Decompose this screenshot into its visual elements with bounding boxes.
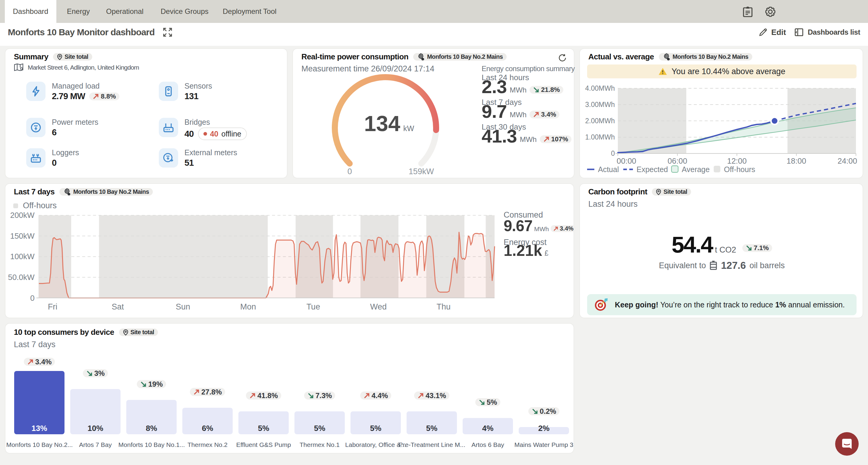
svg-text:Thu: Thu	[437, 302, 451, 311]
svg-text:0: 0	[611, 150, 615, 157]
svg-text:Average: Average	[682, 165, 710, 174]
svg-text:00:00: 00:00	[617, 156, 636, 165]
svg-text:150kW: 150kW	[10, 231, 35, 241]
svg-text:Off-hours: Off-hours	[724, 165, 755, 174]
svg-text:Sun: Sun	[176, 302, 190, 311]
svg-text:Tue: Tue	[307, 302, 320, 311]
svg-text:Sat: Sat	[112, 302, 124, 311]
svg-text:Mon: Mon	[240, 302, 256, 311]
svg-text:24:00: 24:00	[838, 156, 857, 165]
svg-text:18:00: 18:00	[786, 156, 806, 165]
svg-text:Expected: Expected	[637, 165, 668, 174]
svg-text:06:00: 06:00	[668, 156, 687, 165]
svg-text:kW: kW	[403, 124, 414, 133]
svg-text:0: 0	[30, 293, 34, 303]
svg-text:1.00MWh: 1.00MWh	[585, 133, 615, 141]
svg-text:4.00MWh: 4.00MWh	[585, 84, 615, 92]
svg-text:3.00MWh: 3.00MWh	[585, 101, 615, 108]
svg-text:Wed: Wed	[370, 302, 387, 311]
svg-text:200kW: 200kW	[10, 211, 35, 220]
svg-text:50.0kW: 50.0kW	[8, 273, 35, 282]
svg-text:100kW: 100kW	[10, 252, 35, 261]
svg-text:Actual: Actual	[598, 165, 619, 174]
svg-text:0: 0	[347, 167, 352, 176]
svg-text:Fri: Fri	[48, 302, 57, 311]
svg-text:134: 134	[364, 112, 400, 135]
svg-text:159kW: 159kW	[409, 167, 434, 176]
svg-text:12:00: 12:00	[727, 156, 747, 165]
svg-text:2.00MWh: 2.00MWh	[585, 117, 615, 125]
